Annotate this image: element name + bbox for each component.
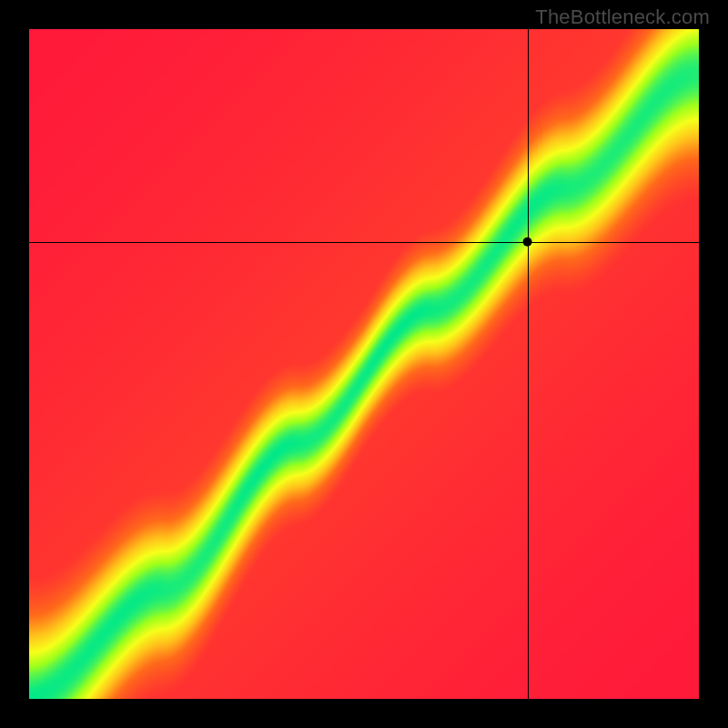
watermark-text: TheBottleneck.com [535, 5, 710, 29]
overlay-canvas [29, 29, 699, 699]
chart-container: TheBottleneck.com [0, 0, 728, 728]
